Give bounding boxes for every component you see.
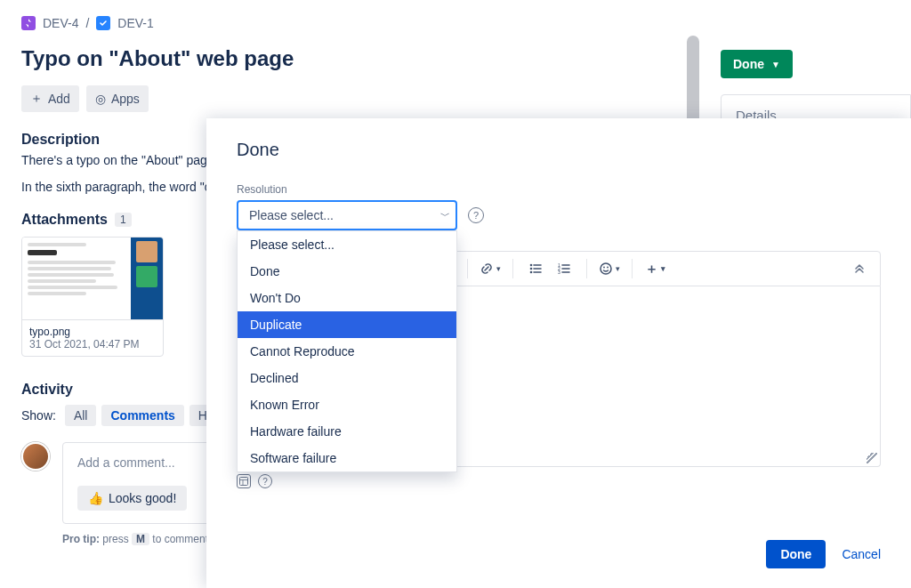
option-duplicate[interactable]: Duplicate [238,311,456,338]
option-declined[interactable]: Declined [238,365,456,391]
breadcrumb: DEV-4 / DEV-1 [21,16,890,30]
option-software-failure[interactable]: Software failure [238,445,456,471]
svg-point-2 [530,271,533,274]
activity-show-label: Show: [21,408,56,423]
status-button[interactable]: Done ▼ [721,50,793,78]
help-icon[interactable]: ? [468,207,484,223]
chevron-down-icon: ▼ [771,60,780,69]
collapse-toolbar-button[interactable] [846,255,873,282]
attachment-preview [22,238,163,319]
thumbs-up-icon: 👍 [88,491,103,505]
toolbar-separator [512,259,513,278]
option-wont-do[interactable]: Won't Do [238,285,456,311]
option-cannot-reproduce[interactable]: Cannot Reproduce [238,338,456,365]
option-done[interactable]: Done [238,258,456,285]
option-known-error[interactable]: Known Error [238,391,456,418]
apps-button[interactable]: ◎ Apps [86,85,149,112]
suggestion-chip[interactable]: 👍 Looks good! [77,486,187,511]
attachment-filename: typo.png [29,326,156,338]
link-button[interactable] [477,255,504,282]
bullet-list-button[interactable] [522,255,549,282]
epic-icon [21,16,36,30]
editor-footer-icons: ? [237,474,881,488]
toolbar-separator [632,259,633,278]
suggestion-chip-label: Looks good! [109,491,176,505]
task-icon [96,16,110,30]
resolution-select-value: Please select... [249,208,334,222]
pro-tip-key: M [132,533,149,545]
status-label: Done [733,57,764,71]
svg-rect-9 [240,478,248,486]
transition-dialog: Done Resolution Please select... ﹀ Pleas… [206,118,911,588]
dialog-footer: Done Cancel [766,540,881,568]
svg-point-1 [530,268,533,270]
cancel-button[interactable]: Cancel [842,547,881,561]
apps-icon: ◎ [95,92,106,106]
insert-button[interactable]: ＋ [641,255,668,282]
toolbar-separator [586,259,587,278]
attachments-count: 1 [115,213,132,227]
pro-tip-mid: press [100,533,132,545]
tab-comments[interactable]: Comments [101,405,183,426]
tab-all[interactable]: All [65,405,97,426]
numbered-list-button[interactable]: 123 [551,255,577,282]
breadcrumb-issue[interactable]: DEV-1 [117,16,153,30]
svg-text:3: 3 [558,270,560,275]
breadcrumb-parent[interactable]: DEV-4 [43,16,78,30]
svg-point-6 [601,263,611,274]
svg-point-8 [607,267,609,269]
add-button[interactable]: ＋ Add [21,85,79,112]
page-layout-icon[interactable] [237,474,251,488]
emoji-button[interactable] [596,255,623,282]
attachment-card[interactable]: typo.png 31 Oct 2021, 04:47 PM [21,237,164,357]
resize-handle[interactable] [867,453,877,463]
resolution-dropdown: Please select... Done Won't Do Duplicate… [237,230,457,472]
add-label: Add [48,92,70,106]
apps-label: Apps [111,92,140,106]
option-hardware-failure[interactable]: Hardware failure [238,418,456,445]
svg-point-0 [530,264,533,267]
avatar[interactable] [21,442,50,471]
attachments-heading: Attachments [21,212,108,228]
attachment-datetime: 31 Oct 2021, 04:47 PM [29,338,156,350]
pro-tip-suffix: to comment [149,533,208,545]
resolution-select[interactable]: Please select... ﹀ Please select... Done… [237,200,457,230]
dialog-title: Done [237,140,881,160]
done-button[interactable]: Done [766,540,826,568]
help-icon[interactable]: ? [258,474,272,488]
breadcrumb-separator: / [85,16,89,30]
resolution-select-trigger[interactable]: Please select... [237,200,457,230]
pro-tip-prefix: Pro tip: [62,533,100,545]
option-please-select[interactable]: Please select... [238,231,456,258]
resolution-field-label: Resolution [237,183,881,196]
svg-point-7 [603,267,605,269]
toolbar-separator [467,259,468,278]
attachment-meta: typo.png 31 Oct 2021, 04:47 PM [22,319,163,356]
plus-icon: ＋ [30,91,43,107]
